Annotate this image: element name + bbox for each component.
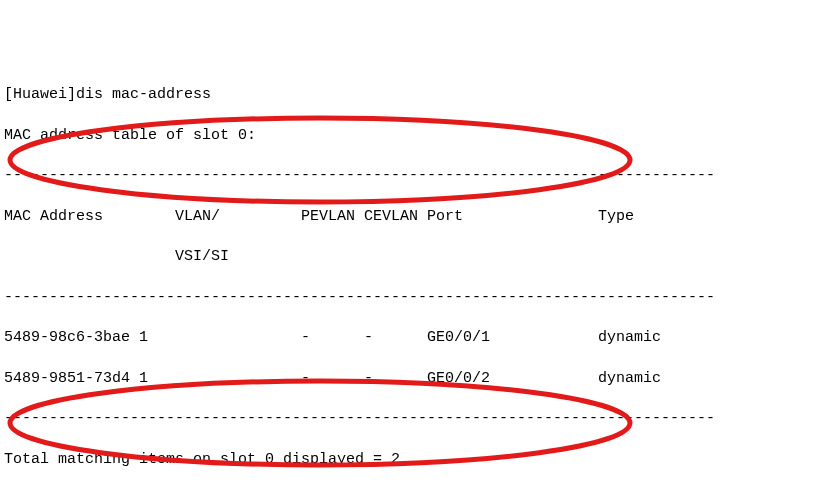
table-header-line2: VSI/SI [4, 247, 814, 267]
table-header-line1: MAC Address VLAN/ PEVLAN CEVLAN Port Typ… [4, 207, 814, 227]
table-row: 5489-98c6-3bae 1 - - GE0/0/1 dynamic [4, 328, 814, 348]
divider-line: ----------------------------------------… [4, 288, 814, 308]
table-title: MAC address table of slot 0: [4, 126, 814, 146]
blank-line [4, 490, 814, 501]
cli-prompt-line: [Huawei]dis mac-address [4, 85, 814, 105]
divider-line: ----------------------------------------… [4, 166, 814, 186]
divider-line: ----------------------------------------… [4, 409, 814, 429]
table-footer: Total matching items on slot 0 displayed… [4, 450, 814, 470]
table-row: 5489-9851-73d4 1 - - GE0/0/2 dynamic [4, 369, 814, 389]
